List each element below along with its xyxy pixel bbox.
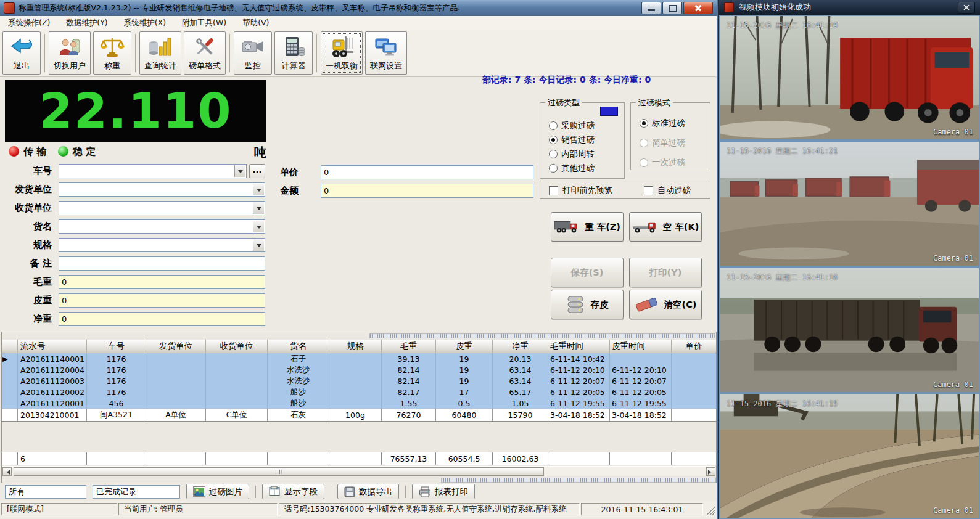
table-row[interactable]: A201611120001456船沙1.550.51.056-11-12 19:… (2, 398, 716, 409)
auto-weigh-checkbox[interactable]: 自动过磅 (644, 185, 691, 196)
table-cell: 闽A3521 (87, 409, 146, 421)
spec-combo[interactable] (59, 238, 265, 252)
scrollbar-thumb[interactable] (14, 467, 544, 476)
network-settings-button[interactable]: 联网设置 (365, 31, 407, 75)
radio-once[interactable]: 一次过磅 (640, 157, 685, 168)
chevron-down-icon[interactable] (253, 221, 264, 232)
sender-combo[interactable] (59, 182, 265, 197)
heavy-truck-button[interactable]: 重 车(Z) (551, 212, 624, 242)
minimize-button[interactable] (641, 2, 661, 14)
receiver-combo[interactable] (59, 201, 265, 215)
column-header[interactable]: 净重 (493, 340, 548, 353)
show-fields-button[interactable]: 显示字段 (262, 484, 324, 499)
note-input[interactable] (59, 256, 265, 271)
column-header[interactable]: 毛重时间 (548, 340, 610, 353)
records-summary: 部记录: 7 条: 今日记录: 0 条: 今日净重: 0 (482, 75, 723, 86)
scroll-left-icon[interactable] (2, 467, 12, 476)
price-input[interactable] (321, 165, 533, 179)
scroll-right-icon[interactable] (706, 467, 715, 476)
print-button[interactable]: 打印(Y) (629, 258, 702, 287)
chevron-down-icon[interactable] (234, 165, 245, 177)
column-header[interactable]: 货名 (268, 340, 329, 353)
table-row[interactable]: A2016111200031176水洗沙82.141963.146-11-12 … (2, 375, 716, 386)
table-row[interactable]: ▶A2016111400011176石子39.131920.136-11-14 … (2, 353, 716, 364)
column-header[interactable]: 皮重时间 (610, 340, 672, 353)
report-print-button[interactable]: 报表打印 (412, 484, 475, 499)
switch-user-button[interactable]: 切换用户 (49, 31, 91, 75)
column-header[interactable]: 流水号 (18, 340, 87, 353)
column-header[interactable]: 毛重 (382, 340, 436, 353)
table-cell: 1176 (87, 375, 146, 386)
store-tare-button[interactable]: 存皮 (551, 290, 624, 319)
radio-sale[interactable]: 销售过磅 (549, 134, 595, 145)
tare-weight-input[interactable] (59, 293, 265, 308)
tare-stack-icon (566, 295, 586, 314)
weigh-button[interactable]: 称重 (93, 31, 131, 75)
printer-icon (419, 486, 431, 497)
table-top-scrollbar[interactable] (369, 333, 715, 338)
dual-scale-button[interactable]: 一机双衡 (321, 31, 363, 75)
radio-simple[interactable]: 简单过磅 (640, 137, 685, 149)
net-weight-input[interactable] (59, 312, 265, 326)
menu-maintenance[interactable]: 系统维护(X) (116, 16, 174, 30)
clear-button[interactable]: 清空(C) (629, 290, 702, 319)
exit-button[interactable]: 退出 (2, 31, 41, 75)
horizontal-scrollbar[interactable] (2, 466, 715, 476)
radio-internal[interactable]: 内部周转 (549, 149, 595, 160)
chevron-down-icon[interactable] (253, 202, 264, 214)
ticket-format-button[interactable]: 磅单格式 (184, 31, 226, 75)
summary-cell: 6 (18, 452, 87, 465)
radio-standard[interactable]: 标准过磅 (640, 118, 685, 129)
column-header[interactable]: 单价 (672, 340, 716, 353)
row-indicator (2, 386, 18, 398)
menu-system[interactable]: 系统操作(Z) (0, 16, 58, 30)
plate-combo[interactable] (59, 164, 247, 178)
camera-feed-4[interactable]: 11-15-2016 星期二 16:41:15 Camera 01 (719, 393, 980, 519)
goods-combo[interactable] (59, 219, 265, 234)
toolbar-separator (44, 34, 45, 72)
empty-truck-button[interactable]: 空 车(K) (629, 212, 702, 242)
status-filter-select[interactable]: 已完成记录 (93, 485, 180, 499)
chevron-down-icon[interactable] (253, 239, 264, 251)
column-header[interactable]: 发货单位 (146, 340, 206, 353)
calculator-button[interactable]: 计算器 (274, 31, 313, 75)
data-export-button[interactable]: 数据导出 (337, 484, 399, 499)
menu-data[interactable]: 数据维护(Y) (58, 16, 115, 30)
video-close-icon[interactable] (958, 2, 975, 14)
scope-filter-select[interactable]: 所有 (5, 485, 86, 499)
amount-input[interactable] (321, 184, 533, 198)
column-header[interactable]: 收货单位 (206, 340, 268, 353)
camera2-image (720, 142, 979, 266)
radio-purchase[interactable]: 采购过磅 (549, 120, 595, 131)
column-header[interactable]: 皮重 (436, 340, 493, 353)
gross-weight-input[interactable] (59, 275, 265, 289)
table-bottom-scrollbar[interactable] (441, 478, 716, 483)
camera-feed-3[interactable]: 11-15-2016 星期二 16:41:10 Camera 01 (719, 267, 980, 393)
column-header[interactable]: 车号 (87, 340, 146, 353)
table-cell: 6-11-12 20:05 (548, 386, 610, 398)
table-cell: 6-11-12 20:10 (548, 364, 610, 375)
table-cell: 1.05 (493, 398, 548, 409)
query-stats-button[interactable]: 查询统计 (139, 31, 181, 75)
maximize-button[interactable] (662, 2, 682, 14)
table-row[interactable]: A2016111200041176水洗沙82.141963.146-11-12 … (2, 364, 716, 375)
camera-feed-2[interactable]: 11-15-2016 星期二 16:41:21 Camera 01 (719, 141, 980, 267)
table-cell (146, 375, 206, 386)
table-row[interactable]: 201304210001闽A3521A单位C单位石灰100g7627060480… (2, 409, 716, 422)
monitor-button[interactable]: 监控 (234, 31, 272, 75)
table-row[interactable]: A2016111200021176船沙82.171765.176-11-12 2… (2, 386, 716, 398)
camera-feed-1[interactable]: 11-15-2016 星期二 16:41:19 Camera 01 (719, 15, 980, 141)
column-header[interactable]: 规格 (329, 340, 382, 353)
row-indicator (2, 398, 18, 409)
note-label: 备 注 (0, 256, 52, 271)
save-button[interactable]: 保存(S) (551, 258, 624, 287)
close-button[interactable] (683, 2, 713, 14)
preview-print-checkbox[interactable]: 打印前先预览 (549, 185, 612, 196)
table-cell: 3-04-18 18:52 (610, 409, 672, 421)
menu-help[interactable]: 帮助(V) (234, 16, 277, 30)
radio-other[interactable]: 其他过磅 (549, 163, 595, 174)
resize-grip[interactable] (704, 503, 715, 515)
weigh-photo-button[interactable]: 过磅图片 (186, 484, 249, 499)
table-cell (672, 398, 716, 409)
menu-tools[interactable]: 附加工具(W) (174, 16, 234, 30)
